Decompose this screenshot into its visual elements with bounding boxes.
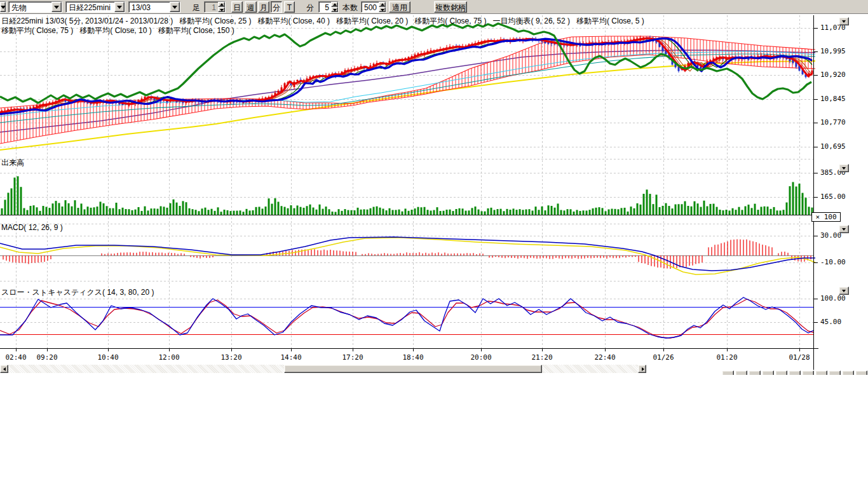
- mini-toolbar-button[interactable]: [789, 370, 801, 375]
- macd-pane-title: MACD( 12, 26, 9 ): [1, 223, 63, 232]
- symbol-value: 日経225mini: [66, 2, 114, 12]
- spin-down-icon[interactable]: [218, 7, 225, 12]
- time-axis-label: 14:40: [277, 353, 305, 362]
- symbol-select[interactable]: 日経225mini: [65, 1, 125, 13]
- chevron-down-icon[interactable]: [170, 2, 180, 12]
- bar-count-spinner[interactable]: 500: [361, 1, 386, 13]
- spin-down-icon[interactable]: [379, 7, 386, 12]
- multi-symbol-button[interactable]: 複数銘柄: [434, 1, 467, 13]
- minute-value: 5: [319, 2, 331, 12]
- mini-toolbar-button[interactable]: [802, 370, 814, 375]
- horizontal-scrollbar[interactable]: [0, 365, 646, 373]
- stoch-pane-title: スロー・ストキャスティクス( 14, 3, 80, 20 ): [1, 287, 154, 298]
- partial-combo[interactable]: [0, 1, 6, 13]
- chevron-down-icon[interactable]: [0, 2, 6, 12]
- time-axis-label: 22:40: [591, 353, 619, 362]
- instrument-type-value: 先物: [9, 2, 51, 12]
- mini-toolbar-button[interactable]: [749, 370, 761, 375]
- volume-multiplier-badge: × 100: [811, 212, 841, 222]
- spin-up-icon[interactable]: [218, 2, 225, 7]
- contract-month-select[interactable]: 13/03: [128, 1, 180, 13]
- period-minute-button[interactable]: 分: [271, 1, 282, 13]
- toolbar: 先物 日経225mini 13/03 足 1 日 週 月 分 T 分 5 本数: [0, 0, 868, 14]
- stoch-axis-label: 45.00: [820, 318, 841, 326]
- period-day-button[interactable]: 日: [231, 1, 243, 13]
- chevron-down-icon[interactable]: [114, 2, 125, 12]
- period-week-button[interactable]: 週: [245, 1, 257, 13]
- stoch-pane-dropdown-button[interactable]: [839, 287, 849, 295]
- bottom-mini-toolbar: [722, 370, 868, 375]
- price-axis-label: 10,695: [820, 142, 846, 151]
- period-tick-button[interactable]: T: [284, 1, 295, 13]
- price-pane-dropdown-button[interactable]: [839, 17, 849, 25]
- time-axis-label: 09:20: [33, 353, 61, 362]
- time-axis-label: 17:20: [339, 353, 367, 362]
- bar-interval-spinner[interactable]: 1: [204, 1, 226, 13]
- price-axis-label: 10,845: [820, 95, 846, 103]
- macd-pane-dropdown-button[interactable]: [839, 225, 849, 233]
- time-axis-label: 13:20: [217, 353, 245, 362]
- minute-value-spinner[interactable]: 5: [318, 1, 339, 13]
- mini-toolbar-button[interactable]: [829, 370, 841, 375]
- volume-pane-dropdown-button[interactable]: [839, 164, 849, 172]
- scrollbar-thumb[interactable]: [284, 365, 542, 373]
- time-axis-label: 20:00: [467, 353, 495, 362]
- chart-area: 日経225mini 13/03( 5分, 2013/01/24 - 2013/0…: [0, 15, 868, 488]
- time-axis-label: 10:40: [94, 353, 122, 362]
- mini-toolbar-button[interactable]: [735, 370, 747, 375]
- mini-toolbar-button[interactable]: [722, 370, 734, 375]
- bar-count-label: 本数: [342, 1, 358, 13]
- time-axis-label: 18:40: [399, 353, 427, 362]
- minute-label: 分: [306, 1, 314, 13]
- time-axis-label: 21:20: [528, 353, 556, 362]
- bar-count-value: 500: [362, 2, 379, 12]
- price-axis-label: 10,995: [820, 47, 846, 55]
- time-axis-label: 01:20: [713, 353, 741, 362]
- chart-canvas: [0, 15, 868, 488]
- period-month-button[interactable]: 月: [258, 1, 269, 13]
- scroll-right-button[interactable]: [638, 365, 646, 373]
- mini-toolbar-button[interactable]: [775, 370, 787, 375]
- price-axis-label: 10,770: [820, 118, 846, 126]
- volume-axis-label: 165.00: [820, 193, 846, 201]
- time-axis-label: 02:40: [2, 353, 30, 362]
- macd-axis-label: -10.00: [820, 258, 846, 266]
- mini-toolbar-button[interactable]: [815, 370, 827, 375]
- contract-month-value: 13/03: [129, 2, 170, 12]
- time-axis-label: 01/28: [785, 353, 813, 362]
- time-axis-label: 12:00: [155, 353, 183, 362]
- price-axis-label: 10,920: [820, 71, 846, 79]
- spin-down-icon[interactable]: [331, 7, 338, 12]
- stoch-axis-label: 100.00: [820, 294, 846, 302]
- bar-interval-value: 1: [205, 2, 218, 12]
- instrument-type-select[interactable]: 先物: [8, 1, 62, 13]
- apply-button[interactable]: 適用: [389, 1, 410, 13]
- chart-application-window: 先物 日経225mini 13/03 足 1 日 週 月 分 T 分 5 本数: [0, 0, 868, 488]
- spin-up-icon[interactable]: [331, 2, 338, 7]
- volume-pane-title: 出来高: [1, 158, 24, 168]
- bar-label: 足: [193, 1, 200, 13]
- mini-toolbar-button[interactable]: [855, 370, 867, 375]
- scroll-left-button[interactable]: [0, 365, 8, 373]
- mini-toolbar-button[interactable]: [842, 370, 854, 375]
- time-axis-label: 01/26: [649, 353, 677, 362]
- spin-up-icon[interactable]: [379, 2, 386, 7]
- mini-toolbar-button[interactable]: [762, 370, 774, 375]
- legend-line-2: 移動平均( Close, 75 ) 移動平均( Close, 10 ) 移動平均…: [1, 25, 234, 36]
- chevron-down-icon[interactable]: [51, 2, 62, 12]
